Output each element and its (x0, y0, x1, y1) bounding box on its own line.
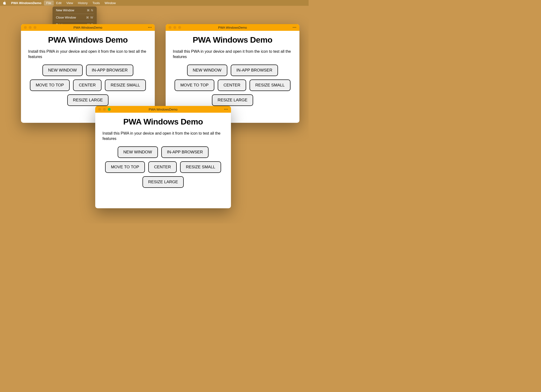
resize-small-button[interactable]: RESIZE SMALL (250, 79, 291, 91)
window-content: PWA Windows Demo Install this PWA in you… (166, 31, 299, 113)
window-content: PWA Windows Demo Install this PWA in you… (95, 113, 231, 195)
page-description: Install this PWA in your device and open… (102, 131, 224, 141)
resize-small-button[interactable]: RESIZE SMALL (180, 161, 221, 173)
titlebar[interactable]: PWA WindowsDemo ··· (95, 106, 231, 113)
apple-icon[interactable] (2, 1, 6, 5)
menubar-item-tools[interactable]: Tools (90, 0, 102, 6)
page-title: PWA Windows Demo (173, 35, 292, 45)
more-icon[interactable]: ··· (224, 107, 228, 111)
menubar-app-name[interactable]: PWA WindowsDemo (9, 1, 44, 5)
more-icon[interactable]: ··· (148, 25, 152, 30)
button-grid: NEW WINDOW IN-APP BROWSER MOVE TO TOP CE… (102, 146, 224, 188)
window-content: PWA Windows Demo Install this PWA in you… (21, 31, 155, 113)
new-window-button[interactable]: NEW WINDOW (187, 65, 227, 76)
page-title: PWA Windows Demo (28, 35, 148, 45)
zoom-button[interactable] (108, 108, 111, 111)
minimize-button[interactable] (29, 26, 32, 29)
minimize-button[interactable] (173, 26, 176, 29)
center-button[interactable]: CENTER (73, 79, 101, 91)
titlebar[interactable]: PWA WindowsDemo ··· (166, 24, 299, 31)
page-description: Install this PWA in your device and open… (173, 49, 292, 59)
menu-separator (55, 14, 94, 14)
more-icon[interactable]: ··· (293, 25, 297, 30)
menu-item-shortcut: ⌘ W (86, 16, 93, 19)
page-description: Install this PWA in your device and open… (28, 49, 148, 59)
menubar: PWA WindowsDemo File Edit View History T… (0, 0, 309, 6)
menubar-item-file[interactable]: File (44, 0, 54, 6)
menu-item-label: Close Window (56, 16, 76, 19)
center-button[interactable]: CENTER (148, 161, 177, 173)
button-grid: NEW WINDOW IN-APP BROWSER MOVE TO TOP CE… (28, 65, 148, 106)
close-button[interactable] (169, 26, 171, 29)
window-title: PWA WindowsDemo (218, 26, 247, 29)
move-to-top-button[interactable]: MOVE TO TOP (105, 161, 145, 173)
close-button[interactable] (98, 108, 101, 111)
traffic-lights (169, 26, 181, 29)
button-grid: NEW WINDOW IN-APP BROWSER MOVE TO TOP CE… (173, 65, 292, 106)
window-title: PWA WindowsDemo (149, 108, 177, 111)
in-app-browser-button[interactable]: IN-APP BROWSER (161, 146, 209, 158)
menubar-item-edit[interactable]: Edit (54, 0, 64, 6)
menu-item-label: New Window (56, 8, 74, 12)
move-to-top-button[interactable]: MOVE TO TOP (175, 79, 214, 91)
zoom-button[interactable] (34, 26, 36, 29)
center-button[interactable]: CENTER (218, 79, 246, 91)
menu-item-new-window[interactable]: New Window ⌘ N (53, 8, 97, 13)
window-title: PWA WindowsDemo (74, 26, 102, 29)
traffic-lights (98, 108, 111, 111)
menubar-item-history[interactable]: History (75, 0, 90, 6)
titlebar[interactable]: PWA WindowsDemo ··· (21, 24, 155, 31)
in-app-browser-button[interactable]: IN-APP BROWSER (86, 65, 134, 76)
app-window-3: PWA WindowsDemo ··· PWA Windows Demo Ins… (95, 106, 231, 208)
page-title: PWA Windows Demo (102, 117, 224, 126)
menu-separator (55, 21, 94, 21)
resize-large-button[interactable]: RESIZE LARGE (142, 176, 184, 188)
traffic-lights (24, 26, 36, 29)
menu-item-shortcut: ⌘ N (87, 9, 93, 12)
in-app-browser-button[interactable]: IN-APP BROWSER (231, 65, 278, 76)
move-to-top-button[interactable]: MOVE TO TOP (30, 79, 70, 91)
new-window-button[interactable]: NEW WINDOW (42, 65, 83, 76)
resize-large-button[interactable]: RESIZE LARGE (212, 94, 253, 106)
close-button[interactable] (24, 26, 27, 29)
menubar-item-window[interactable]: Window (102, 0, 118, 6)
resize-large-button[interactable]: RESIZE LARGE (67, 94, 109, 106)
new-window-button[interactable]: NEW WINDOW (118, 146, 158, 158)
resize-small-button[interactable]: RESIZE SMALL (105, 79, 146, 91)
menubar-item-view[interactable]: View (64, 0, 75, 6)
zoom-button[interactable] (178, 26, 181, 29)
menu-item-close-window[interactable]: Close Window ⌘ W (53, 15, 97, 20)
minimize-button[interactable] (103, 108, 106, 111)
